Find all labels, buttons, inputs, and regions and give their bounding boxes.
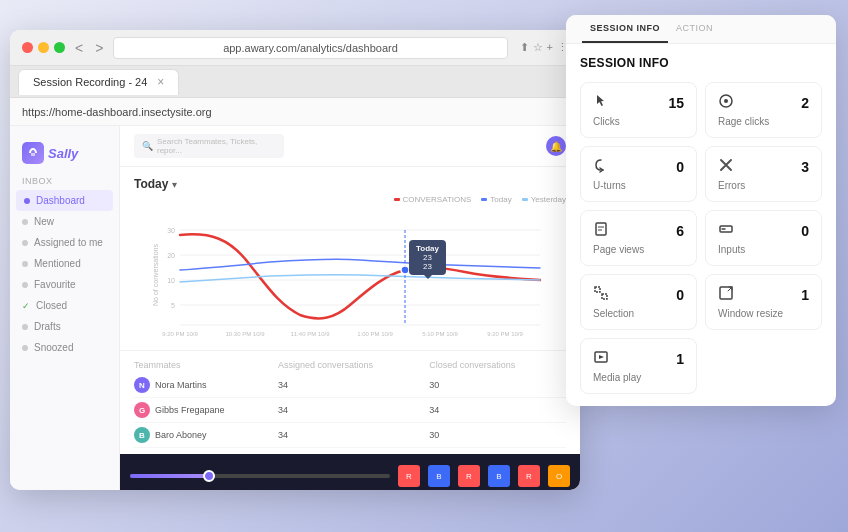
toolbar-btn-6[interactable]: O: [548, 465, 570, 487]
tab-close-button[interactable]: ×: [157, 75, 164, 89]
toolbar-btn-4[interactable]: B: [488, 465, 510, 487]
tab-label-action: ACTION: [676, 23, 713, 33]
legend-label-conversations: CONVERSATIONS: [403, 195, 472, 204]
sidebar-item-label: Mentioned: [34, 258, 81, 269]
table-row: G Gibbs Fregapane 34 34: [134, 398, 566, 423]
check-icon: ✓: [22, 301, 30, 311]
sidebar-item-closed[interactable]: ✓ Closed: [10, 295, 119, 316]
sidebar-item-favourite[interactable]: Favourite: [10, 274, 119, 295]
sidebar-active-dot: [24, 198, 30, 204]
tab-session-info[interactable]: SESSION INFO: [582, 15, 668, 43]
sidebar-section-label: Inbox: [10, 174, 119, 190]
search-icon: 🔍: [142, 141, 153, 151]
svg-text:11:40 PM 10/9: 11:40 PM 10/9: [290, 331, 330, 337]
sidebar-item-label: Favourite: [34, 279, 76, 290]
sidebar-item-snoozed[interactable]: Snoozed: [10, 337, 119, 358]
session-info-title: SESSION INFO: [580, 56, 822, 70]
selection-value: 0: [676, 287, 684, 303]
sidebar-item-mentioned[interactable]: Mentioned: [10, 253, 119, 274]
selection-icon: [593, 285, 609, 304]
sidebar-item-drafts[interactable]: Drafts: [10, 316, 119, 337]
sidebar-item-label: Closed: [36, 300, 67, 311]
clicks-label: Clicks: [593, 116, 684, 127]
avatar-cell: B Baro Aboney: [134, 427, 278, 443]
pageviews-value: 6: [676, 223, 684, 239]
legend-conversations: CONVERSATIONS: [394, 195, 472, 204]
metric-card-clicks: 15 Clicks: [580, 82, 697, 138]
toolbar-btn-2[interactable]: B: [428, 465, 450, 487]
tab-action[interactable]: ACTION: [668, 15, 721, 43]
svg-rect-26: [602, 294, 607, 299]
sidebar-item-dashboard[interactable]: Dashboard: [16, 190, 113, 211]
metric-card-rage-clicks: 2 Rage clicks: [705, 82, 822, 138]
col-header-assigned: Assigned conversations: [278, 357, 429, 373]
close-traffic-light[interactable]: [22, 42, 33, 53]
chart-title: Today: [134, 177, 168, 191]
avatar: B: [134, 427, 150, 443]
table-cell-name: N Nora Martins: [134, 373, 278, 398]
playback-timeline[interactable]: [130, 474, 390, 478]
main-area: 🔍 Search Teammates, Tickets, repor... 🔔 …: [120, 126, 580, 490]
minimize-traffic-light[interactable]: [38, 42, 49, 53]
media-label: Media play: [593, 372, 684, 383]
app-content: Sally Inbox Dashboard New Assigned to me…: [10, 126, 580, 490]
bottom-toolbar: R B R B R O: [120, 454, 580, 490]
table-cell-closed: 30: [429, 373, 566, 398]
uturn-icon: [593, 157, 609, 176]
sidebar-item-label: Snoozed: [34, 342, 73, 353]
resize-label: Window resize: [718, 308, 809, 319]
cursor-icon: [593, 93, 609, 112]
sidebar-dot: [22, 219, 28, 225]
playback-thumb[interactable]: [203, 470, 215, 482]
maximize-traffic-light[interactable]: [54, 42, 65, 53]
error-icon: [718, 157, 734, 176]
metric-top-resize: 1: [718, 285, 809, 304]
search-bar[interactable]: 🔍 Search Teammates, Tickets, repor...: [134, 134, 284, 158]
table-cell-closed: 30: [429, 423, 566, 448]
col-header-teammates: Teammates: [134, 357, 278, 373]
inputs-label: Inputs: [718, 244, 809, 255]
svg-point-11: [401, 266, 409, 274]
back-button[interactable]: <: [73, 40, 85, 56]
browser-url-bar: https://home-dashboard.insectysite.org: [10, 98, 580, 126]
notification-icon[interactable]: 🔔: [546, 136, 566, 156]
metric-top-errors: 3: [718, 157, 809, 176]
sidebar-dot: [22, 324, 28, 330]
pageviews-label: Page views: [593, 244, 684, 255]
svg-text:10: 10: [167, 277, 175, 284]
sidebar-item-label: Dashboard: [36, 195, 85, 206]
avatar-cell: G Gibbs Fregapane: [134, 402, 278, 418]
selection-label: Selection: [593, 308, 684, 319]
metric-top-media: 1: [593, 349, 684, 368]
errors-value: 3: [801, 159, 809, 175]
toolbar-btn-5[interactable]: R: [518, 465, 540, 487]
chart-section: Today ▾ CONVERSATIONS Today Yesterday: [120, 167, 580, 350]
forward-button[interactable]: >: [93, 40, 105, 56]
sidebar-dot: [22, 240, 28, 246]
logo-icon: [22, 142, 44, 164]
table-cell-name: B Baro Aboney: [134, 423, 278, 448]
uturns-label: U-turns: [593, 180, 684, 191]
metrics-grid: 15 Clicks 2 Rage clicks: [580, 82, 822, 394]
sidebar-dot: [22, 345, 28, 351]
bell-icon: 🔔: [550, 141, 562, 152]
browser-tab[interactable]: Session Recording - 24 ×: [18, 69, 179, 95]
toolbar-btn-3[interactable]: R: [458, 465, 480, 487]
col-header-closed: Closed conversations: [429, 357, 566, 373]
metric-top-clicks: 15: [593, 93, 684, 112]
teammate-name: Nora Martins: [155, 380, 207, 390]
sidebar-dot: [22, 282, 28, 288]
media-icon: [593, 349, 609, 368]
dropdown-arrow-icon[interactable]: ▾: [172, 179, 177, 190]
sidebar-item-new[interactable]: New: [10, 211, 119, 232]
sidebar-item-label: Drafts: [34, 321, 61, 332]
legend-dot-today: [481, 198, 487, 201]
rage-clicks-value: 2: [801, 95, 809, 111]
toolbar-btn-1[interactable]: R: [398, 465, 420, 487]
input-icon: [718, 221, 734, 240]
svg-text:5: 5: [171, 302, 175, 309]
address-bar[interactable]: app.awary.com/analytics/dashboard: [113, 37, 507, 59]
avatar: N: [134, 377, 150, 393]
rage-icon: [718, 93, 734, 112]
sidebar-item-assigned[interactable]: Assigned to me: [10, 232, 119, 253]
